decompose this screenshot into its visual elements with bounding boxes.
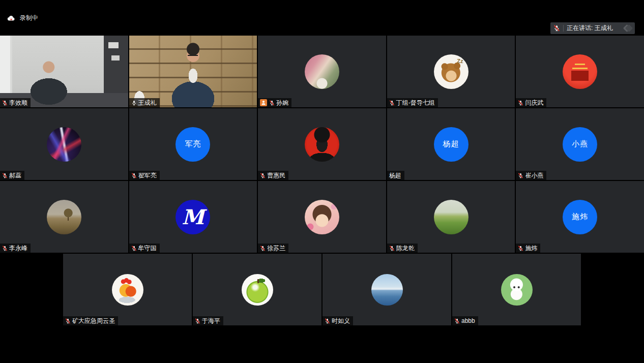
- participant-tile[interactable]: 郝蕊: [0, 108, 128, 180]
- participant-name: 王成礼: [138, 99, 157, 106]
- app-logo-icon: [624, 25, 632, 31]
- avatar: 施炜: [563, 200, 597, 234]
- participant-tile[interactable]: 杨超 杨超: [387, 108, 515, 180]
- avatar-text: 军亮: [185, 139, 201, 149]
- avatar: [501, 274, 533, 306]
- participant-name: 杨超: [389, 172, 401, 179]
- avatar-text: 杨超: [443, 139, 459, 149]
- speaking-label: 正在讲话: 王成礼: [567, 24, 621, 33]
- participant-tile[interactable]: 李效顺: [0, 36, 128, 107]
- divider: [563, 25, 564, 32]
- mic-muted-icon: [389, 100, 395, 106]
- mic-muted-icon: [518, 173, 523, 178]
- mic-muted-icon: [2, 173, 8, 178]
- mic-on-icon: [131, 100, 137, 106]
- avatar: 小燕: [563, 127, 597, 162]
- mic-muted-icon: [195, 318, 200, 324]
- participant-tile[interactable]: 陈龙乾: [387, 181, 515, 253]
- name-tag: 杨超: [387, 171, 404, 180]
- participant-name: 于海平: [202, 317, 220, 324]
- avatar: [563, 54, 597, 89]
- name-tag: 孙婉: [258, 98, 291, 107]
- participant-name: 李永峰: [9, 245, 27, 252]
- mic-muted-icon: [260, 173, 266, 178]
- mic-muted-icon: [454, 318, 460, 324]
- avatar: [371, 274, 403, 306]
- name-tag: 闫庆武: [516, 98, 546, 107]
- participant-name: 时如义: [332, 317, 350, 324]
- name-tag: 崔小燕: [516, 171, 546, 180]
- avatar: [242, 274, 273, 306]
- participant-tile[interactable]: 于海平: [193, 254, 321, 325]
- name-tag: 曹惠民: [258, 171, 288, 180]
- name-tag: 李效顺: [0, 98, 31, 107]
- avatar: [112, 274, 143, 306]
- mic-muted-icon: [269, 100, 275, 106]
- host-badge-icon: [260, 99, 267, 106]
- mic-muted-icon: [518, 100, 523, 106]
- participant-name: 矿大应急周云圣: [72, 317, 115, 324]
- avatar: 杨超: [434, 127, 469, 162]
- avatar: 军亮: [175, 127, 210, 162]
- avatar-text: 施炜: [572, 212, 588, 222]
- avatar: [434, 200, 469, 234]
- name-tag: 牟守国: [129, 244, 160, 253]
- mic-muted-icon: [260, 246, 266, 251]
- name-tag: 郝蕊: [0, 171, 24, 180]
- avatar: [305, 54, 339, 89]
- avatar: Zz: [434, 54, 469, 89]
- participant-tile[interactable]: 李永峰: [0, 181, 128, 253]
- participant-tile[interactable]: 王成礼: [129, 36, 257, 107]
- mic-muted-icon: [131, 246, 137, 251]
- mic-muted-icon: [65, 318, 71, 324]
- participant-name: 崔小燕: [525, 172, 543, 179]
- grid-row: 郝蕊 军亮 翟军亮 曹惠民 杨超 杨超: [0, 108, 644, 180]
- participant-tile[interactable]: 军亮 翟军亮: [129, 108, 257, 180]
- name-tag: 于海平: [193, 316, 223, 325]
- name-tag: 时如义: [323, 316, 353, 325]
- avatar: [47, 200, 81, 234]
- participant-tile[interactable]: 孙婉: [258, 36, 386, 107]
- participant-name: 丁组-督导七组: [396, 99, 435, 106]
- mic-muted-icon: [131, 173, 137, 178]
- participant-tile[interactable]: M 牟守国: [129, 181, 257, 253]
- participant-name: 闫庆武: [525, 99, 543, 106]
- avatar: M: [175, 200, 210, 234]
- participant-name: 陈龙乾: [396, 245, 415, 252]
- avatar-text: M: [182, 205, 204, 229]
- video-feed: [129, 36, 257, 107]
- participant-name: 郝蕊: [9, 172, 21, 179]
- participant-tile[interactable]: 小燕 崔小燕: [516, 108, 644, 180]
- name-tag: 王成礼: [129, 98, 160, 107]
- video-feed: [0, 36, 128, 107]
- participant-tile[interactable]: 时如义: [323, 254, 451, 325]
- avatar: [305, 200, 339, 234]
- name-tag: 翟军亮: [129, 171, 160, 180]
- name-tag: 李永峰: [0, 244, 31, 253]
- name-tag: 丁组-督导七组: [387, 98, 438, 107]
- mic-muted-icon: [518, 246, 523, 251]
- name-tag: 矿大应急周云圣: [63, 316, 118, 325]
- participant-name: 徐苏兰: [267, 245, 285, 252]
- participant-tile[interactable]: 曹惠民: [258, 108, 386, 180]
- participant-tile[interactable]: Zz 丁组-督导七组: [387, 36, 515, 107]
- participant-tile[interactable]: abbb: [452, 254, 581, 325]
- mic-muted-icon: [553, 25, 560, 32]
- mic-muted-icon: [2, 246, 8, 251]
- participant-tile[interactable]: 矿大应急周云圣: [63, 254, 192, 325]
- avatar: [47, 127, 81, 162]
- recording-label: 录制中: [20, 14, 38, 22]
- participant-name: 曹惠民: [267, 172, 285, 179]
- mic-muted-icon: [389, 246, 395, 251]
- participant-tile[interactable]: 施炜 施炜: [516, 181, 644, 253]
- participant-tile[interactable]: 闫庆武: [516, 36, 644, 107]
- participant-tile[interactable]: 徐苏兰: [258, 181, 386, 253]
- mic-muted-icon: [2, 100, 8, 106]
- participant-name: 牟守国: [138, 245, 157, 252]
- mic-muted-icon: [325, 318, 330, 324]
- grid-row: 李永峰 M 牟守国 徐苏兰 陈龙乾: [0, 181, 644, 253]
- meeting-window: 录制中 正在讲话: 王成礼 李效顺 王成礼 孙: [0, 0, 644, 363]
- participant-name: 孙婉: [276, 99, 288, 106]
- name-tag: abbb: [452, 316, 478, 325]
- recording-indicator: 录制中: [7, 14, 38, 22]
